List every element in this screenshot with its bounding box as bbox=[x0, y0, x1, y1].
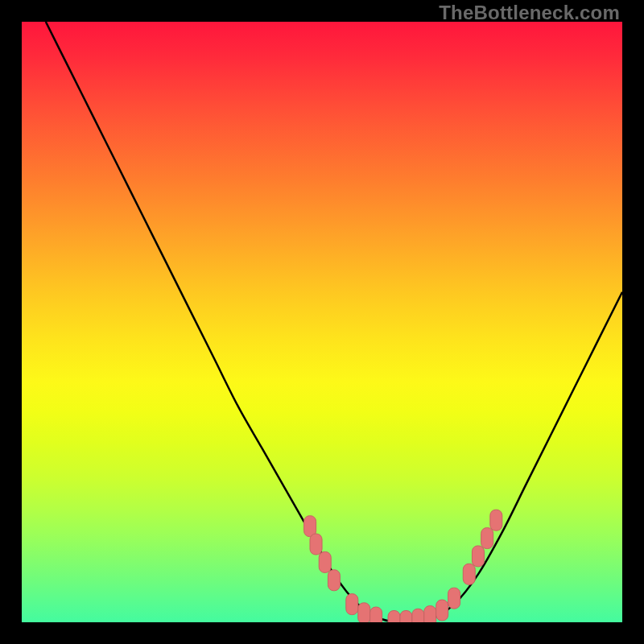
data-marker bbox=[481, 528, 493, 549]
data-marker bbox=[310, 534, 322, 555]
data-marker bbox=[370, 607, 382, 622]
chart-svg bbox=[22, 22, 622, 622]
data-marker bbox=[319, 551, 331, 572]
data-marker bbox=[436, 600, 448, 621]
data-marker bbox=[358, 603, 370, 622]
chart-frame: TheBottleneck.com bbox=[0, 0, 644, 644]
bottleneck-curve bbox=[46, 22, 622, 622]
data-marker bbox=[448, 588, 460, 609]
data-marker bbox=[328, 570, 340, 591]
data-marker bbox=[463, 564, 475, 584]
watermark-text: TheBottleneck.com bbox=[439, 2, 620, 24]
plot-area bbox=[22, 22, 622, 622]
data-marker bbox=[424, 606, 436, 622]
data-marker bbox=[346, 594, 358, 615]
data-marker bbox=[472, 546, 484, 567]
data-marker bbox=[412, 609, 424, 622]
data-marker bbox=[388, 611, 400, 622]
data-marker bbox=[490, 510, 502, 530]
data-marker bbox=[400, 611, 412, 622]
